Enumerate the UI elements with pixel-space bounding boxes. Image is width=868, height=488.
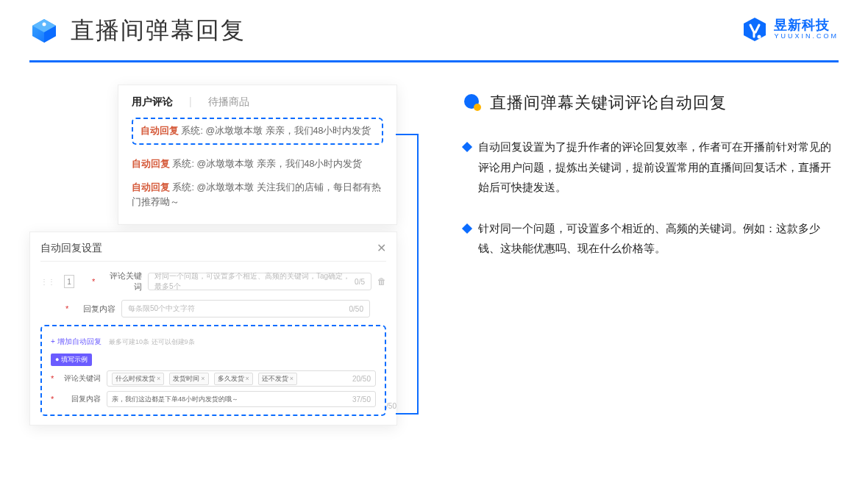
svg-point-5 — [758, 35, 761, 39]
brand-logo: 昱新科技 YUUXIN.COM — [741, 16, 839, 43]
outer-count: /50 — [386, 402, 401, 410]
keyword-input[interactable]: 对同一个问题，可设置多个相近、高频的关键词，Tag确定，最多5个 0/5 — [148, 273, 371, 290]
bullet-2: 针对同一个问题，可设置多个相近的、高频的关键词。例如：这款多少钱、这块能优惠吗、… — [463, 219, 839, 259]
keyword-chip[interactable]: 发货时间× — [169, 373, 208, 385]
keyword-placeholder: 对同一个问题，可设置多个相近、高频的关键词，Tag确定，最多5个 — [154, 271, 355, 292]
label-content: 回复内容 — [77, 304, 115, 315]
section-title: 直播间弹幕关键词评论自动回复 — [490, 92, 727, 114]
keyword-chip[interactable]: 什么时候发货× — [112, 373, 164, 385]
tab-divider: | — [189, 96, 192, 109]
comments-card: 用户评论 | 待播商品 自动回复 系统: @冰墩墩本墩 亲亲，我们48小时内发货… — [118, 85, 397, 225]
example-content-text: 亲，我们这边都是下单48小时内发货的哦～ — [112, 395, 238, 404]
drag-handle-icon[interactable]: ⋮⋮ — [40, 278, 55, 286]
required-star: * — [51, 395, 57, 403]
bullet-1: 自动回复设置为了提升作者的评论回复效率，作者可在开播前针对常见的评论用户问题，提… — [463, 137, 839, 198]
diamond-icon — [462, 142, 472, 152]
cube-icon — [29, 16, 59, 46]
reply-line-2: 自动回复 系统: @冰墩墩本墩 亲亲，我们48小时内发货 — [132, 152, 383, 176]
auto-reply-tag: 自动回复 — [132, 159, 170, 169]
example-badge: ● 填写示例 — [51, 354, 92, 366]
brand-name-cn: 昱新科技 — [774, 18, 839, 33]
auto-reply-tag: 自动回复 — [132, 182, 170, 193]
bubble-icon — [463, 93, 483, 112]
row-number: 1 — [64, 275, 74, 288]
reply-text: 系统: @冰墩墩本墩 亲亲，我们48小时内发货 — [170, 159, 363, 169]
svg-point-7 — [474, 104, 481, 111]
add-reply-link[interactable]: + 增加自动回复 — [51, 337, 102, 345]
auto-reply-tag: 自动回复 — [140, 126, 179, 136]
ex-label-keyword: 评论关键词 — [63, 373, 101, 384]
highlighted-reply: 自动回复 系统: @冰墩墩本墩 亲亲，我们48小时内发货 — [132, 118, 383, 145]
keyword-chip[interactable]: 多久发货× — [214, 373, 253, 385]
diamond-icon — [462, 223, 472, 234]
modal-title: 自动回复设置 — [40, 242, 102, 255]
chip-container: 什么时候发货× 发货时间× 多久发货× 还不发货× — [112, 373, 299, 385]
tab-user-comments[interactable]: 用户评论 — [132, 96, 173, 109]
example-box: + 增加自动回复 最多可建10条 还可以创建9条 ● 填写示例 * 评论关键词 … — [40, 325, 386, 416]
chip-remove-icon[interactable]: × — [157, 375, 160, 382]
svg-point-3 — [43, 23, 46, 26]
bullet-text: 自动回复设置为了提升作者的评论回复效率，作者可在开播前针对常见的评论用户问题，提… — [478, 137, 839, 198]
example-keyword-input[interactable]: 什么时候发货× 发货时间× 多久发货× 还不发货× 20/50 — [107, 370, 376, 387]
ex-label-content: 回复内容 — [63, 394, 101, 404]
content-input[interactable]: 每条限50个中文字符 0/50 — [121, 300, 370, 317]
close-icon[interactable]: ✕ — [377, 241, 386, 255]
chip-remove-icon[interactable]: × — [201, 375, 204, 382]
bullet-text: 针对同一个问题，可设置多个相近的、高频的关键词。例如：这款多少钱、这块能优惠吗、… — [478, 219, 839, 259]
label-keyword: 评论关键词 — [104, 270, 142, 293]
example-content-input[interactable]: 亲，我们这边都是下单48小时内发货的哦～ 37/50 — [107, 391, 376, 407]
content-placeholder: 每条限50个中文字符 — [128, 304, 195, 314]
keyword-count: 0/5 — [355, 278, 365, 286]
chip-remove-icon[interactable]: × — [290, 375, 294, 382]
add-reply-hint: 最多可建10条 还可以创建9条 — [109, 338, 195, 345]
page-title: 直播间弹幕回复 — [71, 15, 246, 47]
reply-text: 系统: @冰墩墩本墩 亲亲，我们48小时内发货 — [179, 126, 371, 136]
example-content-count: 37/50 — [352, 395, 371, 403]
tab-pending-goods[interactable]: 待播商品 — [208, 96, 249, 109]
content-count: 0/50 — [349, 305, 363, 313]
settings-modal: 自动回复设置 ✕ ⋮⋮ 1 * 评论关键词 对同一个问题，可设置多个相近、高频的… — [29, 232, 397, 426]
brand-icon — [741, 16, 768, 43]
reply-line-3: 自动回复 系统: @冰墩墩本墩 关注我们的店铺，每日都有热门推荐呦～ — [132, 176, 383, 214]
chip-remove-icon[interactable]: × — [246, 375, 249, 382]
trash-icon[interactable]: 🗑 — [377, 276, 386, 287]
chip-count: 20/50 — [352, 375, 371, 383]
required-star: * — [65, 304, 71, 313]
svg-marker-4 — [744, 18, 766, 41]
required-star: * — [92, 277, 98, 286]
required-star: * — [51, 374, 57, 383]
brand-name-en: YUUXIN.COM — [774, 33, 839, 40]
keyword-chip[interactable]: 还不发货× — [258, 373, 297, 385]
